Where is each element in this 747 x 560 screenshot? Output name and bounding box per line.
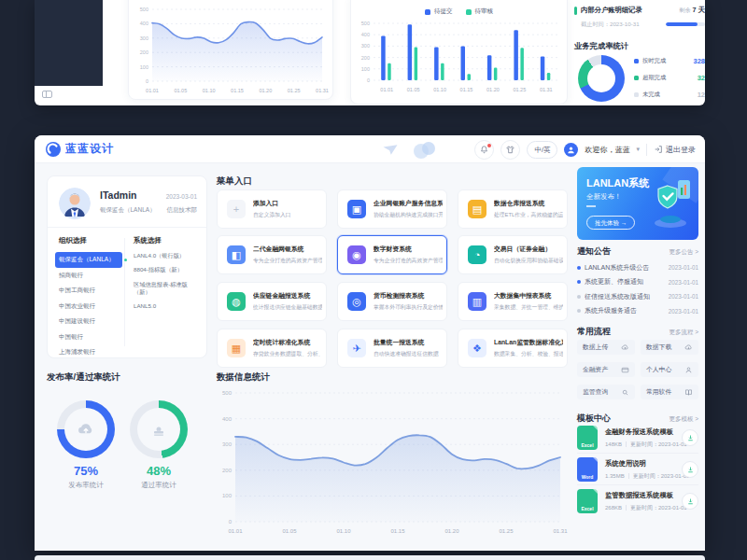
download-icon [686,497,695,506]
process-personal-center[interactable]: 个人中心 [641,362,698,377]
notice-item[interactable]: 系统升级服务通告2023-01-01 [577,305,698,317]
more-templates-link[interactable]: 更多模板 > [669,415,698,424]
more-notices-link[interactable]: 更多公告 > [669,248,698,257]
search-icon [621,388,629,397]
svg-text:400: 400 [222,416,233,422]
template-meta: 1.35MB更新时间：2023-01-01 [605,472,689,481]
legend-swatch [634,92,639,97]
menu-card-title: 数字财资系统 [374,245,443,254]
theme-skin-icon [505,145,515,155]
chevron-down-icon[interactable]: ▾ [636,146,640,153]
menu-card-bigdata-report[interactable]: ▥大数据集中报表系统采集数据、并统一管理、维护、共享 [458,282,568,321]
svg-text:01.05: 01.05 [282,528,297,534]
sys-item[interactable]: LANL5.0 [134,302,199,310]
menu-card-scheduled-stats[interactable]: ▦定时统计标准化系统存贷款业务数据提取、分析、管理 [217,329,327,368]
menu-card-gen2-ebank[interactable]: ◧二代金融网银系统专为企业打造的高效资产管理平台 [217,235,327,274]
menu-card-title: LanLan监管数据标准化系统 [494,338,563,347]
divider [577,484,698,485]
svg-text:01.01: 01.01 [380,87,393,92]
download-button[interactable] [682,429,698,446]
menu-card-data-warehouse[interactable]: ▤数据仓库报送系统处理ETL作业，高效稳健的运行 [458,189,568,229]
process-financial-assets[interactable]: 金融资产 [577,362,635,377]
language-toggle[interactable]: 中/英 [527,141,557,159]
legend-label: 待审核 [475,7,494,16]
menu-card-desc: 存贷款业务数据提取、分析、管理 [253,350,322,358]
notice-dot [577,280,581,284]
svg-text:01.20: 01.20 [486,87,500,92]
menu-card-trading-day[interactable]: ◔交易日（证券金融）自动化切换应用和协助基础设施 [458,235,568,274]
download-icon [686,466,695,474]
publish-rate-label: 发布率统计 [57,481,115,490]
process-supervision-query[interactable]: 监管查询 [577,385,635,399]
blocks-icon: ▦ [227,339,246,357]
svg-text:200: 200 [140,49,148,55]
next-screen-edge [35,555,705,560]
org-select-column: 组织选择 银保监会（LANLA） 招商银行 中国工商银行 中国农业银行 中国建设… [59,236,120,360]
plus-icon: + [227,200,246,218]
app-logo[interactable]: 蓝蓝设计 [46,141,114,157]
org-item-selected[interactable]: 银保监会（LANLA） [55,252,122,268]
sidebar-toggle-icon[interactable] [42,91,52,98]
asset-card-icon [621,366,629,374]
menu-card-title: 供应链金融报送系统 [253,291,322,301]
download-button[interactable] [682,493,698,510]
svg-text:01.25: 01.25 [288,88,301,93]
banner-illustration [642,175,697,232]
user-organization: 银保监会（LANLA） [100,206,156,215]
notification-badge [487,144,491,147]
menu-section-title: 菜单入口 [217,175,252,188]
sys-item[interactable]: 区域信息报表-标准版（新） [134,281,199,297]
template-item[interactable]: Excel 监管数据报送系统模板 268KB更新时间：2023-01-01 [577,489,698,517]
welcome-text[interactable]: 欢迎你，蓝蓝 [585,145,629,155]
svg-text:200: 200 [361,55,370,61]
logout-button[interactable]: 退出登录 [654,145,696,155]
shield-icon: ❖ [468,339,486,357]
svg-text:01.31: 01.31 [553,528,568,534]
org-item[interactable]: 中国工商银行 [59,283,120,299]
promo-banner[interactable]: LANLAN系统 全新发布！ 抢先体验 → [577,167,698,240]
menu-card-desc: 自定义添加入口 [253,211,291,219]
sys-item[interactable]: 8804-指标版（新） [134,266,199,273]
menu-card-title: 定时统计标准化系统 [253,338,322,347]
cloud-decoration-icon [410,138,438,159]
menu-card-desc: 专为企业打造的高效资产管理平台 [253,257,322,265]
process-data-upload[interactable]: 数据上传 [577,340,635,355]
menu-card-currency-monitor[interactable]: ◎货币检测报表系统掌握本外币利率执行及定价情况 [337,282,447,321]
record-summary: 内部分户账明细记录 剩余 7 天 截止时间：2023-10-31 业务完成率统计… [574,0,705,105]
process-common-software[interactable]: 常用软件 [641,385,698,399]
menu-card-supply-chain[interactable]: ◍供应链金融报送系统统计报送供应链金融基础数据 [217,282,327,321]
menu-card-batch-report[interactable]: ✈批量统一报送系统自动快速准确报送征信数据 [337,329,447,368]
legend-swatch [425,9,430,15]
menu-card-digital-treasury[interactable]: ◉数字财资系统专为企业打造的高效资产管理平台 [337,235,447,274]
svg-text:500: 500 [361,21,370,26]
notice-item[interactable]: 系统更新、停服通知2023-01-01 [577,276,698,288]
menu-card-lanlan-standard[interactable]: ❖LanLan监管数据标准化系统数据采集、分析、校验、报送 [458,329,568,368]
template-item[interactable]: Word 系统使用说明 1.35MB更新时间：2023-01-01 [577,457,698,485]
sys-item[interactable]: LANL4.0（银行版） [134,252,199,259]
user-avatar[interactable] [564,143,578,157]
svg-text:01.20: 01.20 [259,88,272,93]
notice-item[interactable]: 征信报送系统改版通知2023-01-01 [577,290,698,302]
templates-title: 模板中心 [577,413,611,425]
word-file-icon: Word [577,457,598,482]
process-data-download[interactable]: 数据下载 [641,340,698,355]
theme-skin-button[interactable] [500,140,520,160]
org-item[interactable]: 上海浦发银行 [59,344,120,360]
org-item[interactable]: 中国银行 [59,329,120,345]
download-button[interactable] [682,461,698,478]
org-item[interactable]: 招商银行 [59,268,120,284]
notice-item[interactable]: LANLAN系统升级公告2023-01-01 [577,261,698,273]
try-now-button[interactable]: 抢先体验 → [586,216,635,230]
svg-text:01.25: 01.25 [499,528,514,534]
menu-card-add-entry[interactable]: +添加入口自定义添加入口 [217,189,327,229]
menu-card-ebank-account[interactable]: ▣企业网银账户服务信息系统协助金融机构快速完成接口开发 [337,189,447,229]
notification-bell-button[interactable] [474,140,494,160]
org-item[interactable]: 中国建设银行 [59,314,120,329]
more-processes-link[interactable]: 更多流程 > [669,329,698,337]
template-item[interactable]: Excel 金融财务报送系统模板 148KB更新时间：2023-01-01 [577,426,698,454]
legend-label: 待提交 [434,7,453,16]
top-navbar: 蓝蓝设计 中/英 欢迎你，蓝蓝 ▾ 退出登录 [35,135,705,163]
bar-chart: 010020030040050001.0101.0501.1001.1501.2… [353,18,567,104]
org-item[interactable]: 中国农业银行 [59,299,120,315]
menu-card-desc: 掌握本外币利率执行及定价情况 [374,303,443,312]
